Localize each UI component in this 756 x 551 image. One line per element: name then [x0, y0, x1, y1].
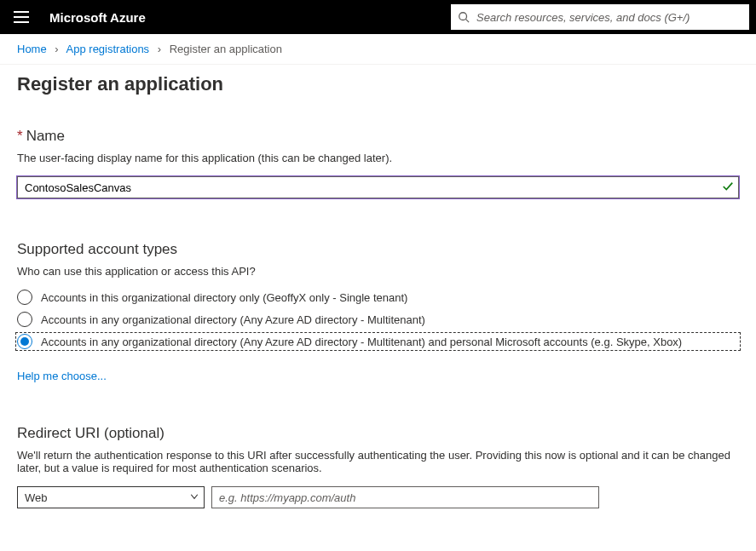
- account-types-helper: Who can use this application or access t…: [17, 265, 739, 278]
- account-type-radio-single-tenant[interactable]: Accounts in this organizational director…: [17, 290, 739, 305]
- select-value: Web: [17, 486, 205, 508]
- page-content: Register an application *Name The user-f…: [0, 65, 756, 542]
- chevron-right-icon: ›: [158, 43, 161, 55]
- breadcrumb-home[interactable]: Home: [17, 43, 47, 55]
- search-placeholder: Search resources, services, and docs (G+…: [476, 11, 690, 24]
- radio-label: Accounts in this organizational director…: [41, 291, 407, 304]
- search-icon: [458, 11, 470, 23]
- redirect-uri-field[interactable]: [211, 486, 599, 508]
- checkmark-icon: [722, 181, 734, 195]
- radio-icon: [17, 290, 32, 305]
- page-title: Register an application: [17, 73, 739, 95]
- chevron-down-icon: [189, 491, 199, 504]
- radio-icon: [17, 312, 32, 327]
- brand-label: Microsoft Azure: [49, 10, 146, 25]
- required-indicator: *: [17, 128, 23, 144]
- name-field[interactable]: [17, 176, 739, 198]
- radio-label: Accounts in any organizational directory…: [41, 336, 682, 348]
- help-me-choose-link[interactable]: Help me choose...: [17, 370, 107, 382]
- menu-icon[interactable]: [12, 7, 32, 27]
- account-type-radio-multitenant-personal[interactable]: Accounts in any organizational directory…: [17, 334, 739, 349]
- account-types-heading: Supported account types: [17, 241, 739, 258]
- radio-label: Accounts in any organizational directory…: [41, 313, 425, 326]
- redirect-helper: We'll return the authentication response…: [17, 449, 739, 474]
- name-helper: The user-facing display name for this ap…: [17, 152, 739, 164]
- svg-line-1: [466, 20, 470, 23]
- account-type-radio-multitenant[interactable]: Accounts in any organizational directory…: [17, 312, 739, 327]
- search-input[interactable]: Search resources, services, and docs (G+…: [451, 4, 749, 30]
- breadcrumb: Home › App registrations › Register an a…: [0, 34, 756, 65]
- topbar: Microsoft Azure Search resources, servic…: [0, 0, 756, 34]
- radio-icon-selected: [17, 334, 32, 349]
- breadcrumb-current: Register an application: [170, 43, 282, 55]
- redirect-platform-select[interactable]: Web: [17, 486, 205, 508]
- chevron-right-icon: ›: [55, 43, 58, 55]
- svg-point-0: [459, 13, 467, 20]
- breadcrumb-app-registrations[interactable]: App registrations: [66, 43, 150, 55]
- redirect-heading: Redirect URI (optional): [17, 425, 739, 442]
- name-heading: *Name: [17, 128, 739, 145]
